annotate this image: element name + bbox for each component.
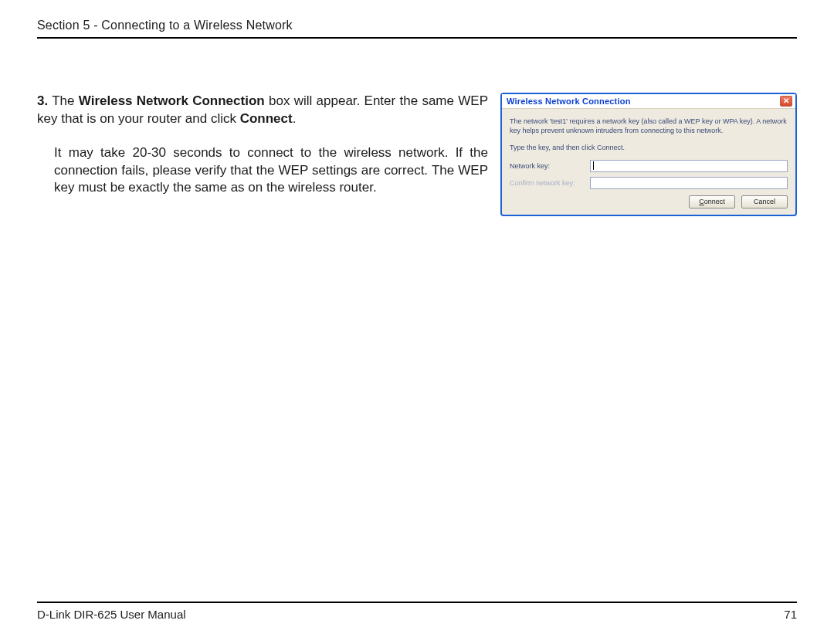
dialog-titlebar: Wireless Network Connection ✕: [502, 94, 795, 109]
network-key-input[interactable]: [590, 160, 788, 172]
close-icon[interactable]: ✕: [780, 96, 792, 107]
step-number: 3.: [37, 93, 48, 108]
step-text-pre: The: [48, 93, 79, 108]
cancel-button[interactable]: Cancel: [741, 195, 788, 208]
confirm-key-row: Confirm network key:: [510, 177, 788, 189]
step-paragraph-2: It may take 20-30 seconds to connect to …: [54, 144, 488, 197]
footer-manual: D-Link DIR-625 User Manual: [37, 608, 186, 621]
network-key-row: Network key:: [510, 160, 788, 172]
content-row: 3. The Wireless Network Connection box w…: [37, 93, 797, 216]
dialog-title: Wireless Network Connection: [507, 97, 631, 106]
connect-button[interactable]: Connect: [689, 195, 735, 208]
instruction-text: 3. The Wireless Network Connection box w…: [37, 93, 488, 216]
dialog-body: The network 'test1' requires a network k…: [502, 109, 795, 215]
confirm-key-label: Confirm network key:: [510, 178, 590, 188]
page-footer: D-Link DIR-625 User Manual 71: [37, 602, 797, 621]
step-text-post: .: [293, 111, 297, 126]
step-bold-1: Wireless Network Connection: [79, 93, 265, 108]
dialog-button-row: Connect Cancel: [510, 195, 788, 208]
step-bold-2: Connect: [240, 111, 293, 126]
footer-page: 71: [784, 608, 797, 621]
dialog-instruction: Type the key, and then click Connect.: [510, 143, 788, 152]
section-header: Section 5 - Connecting to a Wireless Net…: [37, 19, 797, 39]
wireless-dialog: Wireless Network Connection ✕ The networ…: [500, 93, 797, 216]
confirm-key-input[interactable]: [590, 177, 788, 189]
dialog-screenshot: Wireless Network Connection ✕ The networ…: [500, 93, 797, 216]
dialog-description: The network 'test1' requires a network k…: [510, 117, 788, 135]
network-key-label: Network key:: [510, 161, 590, 171]
